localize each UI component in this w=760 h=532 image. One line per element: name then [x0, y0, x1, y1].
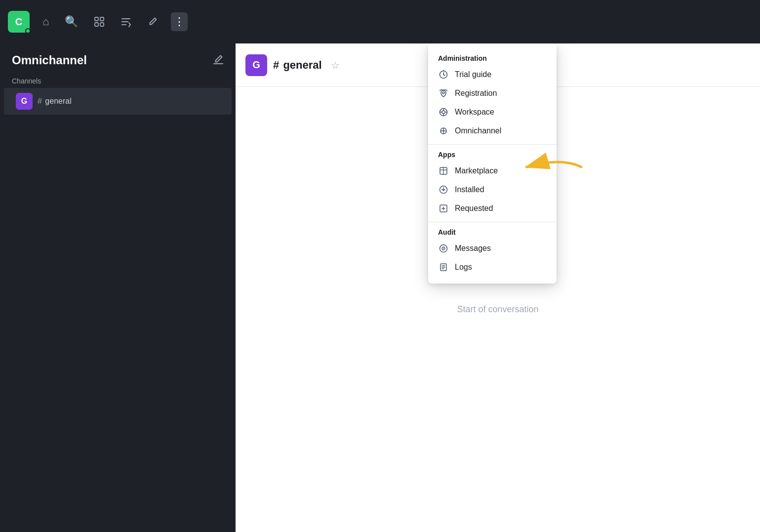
logs-item[interactable]: Logs — [428, 258, 557, 277]
omnichannel-icon — [438, 126, 449, 135]
workspace-icon — [438, 108, 449, 117]
svg-rect-0 — [95, 17, 98, 21]
chat-header-avatar: G — [245, 54, 267, 76]
dropdown-menu: Administration Trial guide Registration — [428, 43, 557, 284]
user-avatar[interactable]: C — [8, 11, 30, 33]
svg-point-9 — [442, 92, 444, 94]
svg-point-11 — [442, 111, 445, 114]
trial-guide-item[interactable]: Trial guide — [428, 65, 557, 84]
registration-icon — [438, 89, 449, 98]
channel-item-general[interactable]: G # general — [4, 88, 232, 115]
registration-label: Registration — [455, 89, 497, 98]
audit-section: Audit Messages Logs — [428, 222, 557, 279]
avatar-letter: C — [15, 16, 22, 28]
requested-icon — [438, 204, 449, 213]
home-icon[interactable]: ⌂ — [40, 12, 52, 31]
installed-icon — [438, 185, 449, 194]
channels-label: Channels — [0, 73, 236, 87]
admin-section-label: Administration — [428, 52, 557, 65]
workspace-label: Workspace — [455, 108, 494, 117]
online-dot — [25, 28, 31, 34]
sidebar-title: Omnichannel — [12, 53, 87, 67]
omnichannel-item[interactable]: Omnichannel — [428, 122, 557, 140]
channel-avatar: G — [16, 93, 33, 110]
messages-label: Messages — [455, 244, 491, 253]
toolbar: C ⌂ 🔍 ⋮ — [0, 0, 760, 43]
installed-item[interactable]: Installed — [428, 180, 557, 199]
edit-icon[interactable] — [144, 13, 161, 30]
omnichannel-label: Omnichannel — [455, 126, 501, 135]
registration-item[interactable]: Registration — [428, 84, 557, 103]
channel-name: # general — [38, 97, 72, 106]
sidebar-header: Omnichannel — [0, 43, 236, 73]
sort-icon[interactable] — [118, 13, 134, 30]
star-icon[interactable]: ☆ — [331, 59, 340, 71]
sidebar: Omnichannel Channels G # general — [0, 43, 236, 532]
marketplace-label: Marketplace — [455, 166, 498, 175]
hashtag-grid-icon[interactable] — [91, 13, 108, 30]
apps-section: Apps Marketplace Installed — [428, 144, 557, 220]
marketplace-item[interactable]: Marketplace — [428, 162, 557, 180]
sidebar-edit-icon[interactable] — [213, 54, 224, 67]
svg-point-23 — [443, 248, 444, 249]
audit-section-label: Audit — [428, 226, 557, 239]
more-vertical-icon[interactable]: ⋮ — [171, 12, 188, 31]
messages-icon — [438, 244, 449, 253]
chat-header-title: # general — [273, 59, 322, 72]
requested-item[interactable]: Requested — [428, 199, 557, 218]
apps-section-label: Apps — [428, 149, 557, 162]
logs-icon — [438, 263, 449, 272]
messages-item[interactable]: Messages — [428, 239, 557, 258]
start-of-conversation: Start of conversation — [457, 304, 538, 315]
trial-guide-label: Trial guide — [455, 70, 491, 79]
main-layout: Omnichannel Channels G # general G # gen… — [0, 43, 760, 532]
workspace-item[interactable]: Workspace — [428, 103, 557, 122]
search-icon[interactable]: 🔍 — [62, 12, 81, 31]
svg-rect-3 — [100, 23, 104, 26]
chat-area: G # general ☆ Start of conversation Admi… — [236, 43, 760, 532]
admin-section: Administration Trial guide Registration — [428, 48, 557, 142]
installed-label: Installed — [455, 185, 484, 194]
marketplace-icon — [438, 166, 449, 175]
requested-label: Requested — [455, 204, 493, 213]
logs-label: Logs — [455, 263, 472, 272]
trial-guide-icon — [438, 70, 449, 79]
svg-rect-1 — [100, 17, 104, 21]
svg-rect-2 — [95, 23, 98, 26]
